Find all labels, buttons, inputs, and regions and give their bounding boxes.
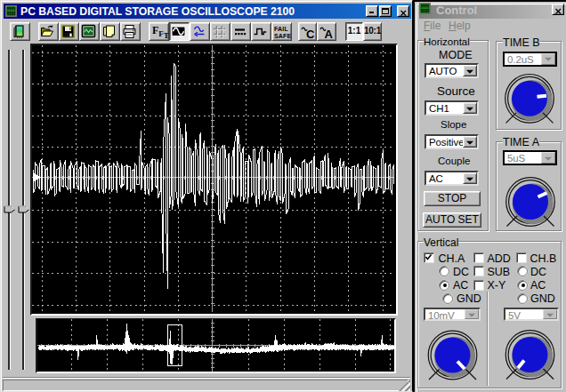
- svg-text:C: C: [306, 28, 315, 41]
- svg-text:A: A: [325, 28, 334, 41]
